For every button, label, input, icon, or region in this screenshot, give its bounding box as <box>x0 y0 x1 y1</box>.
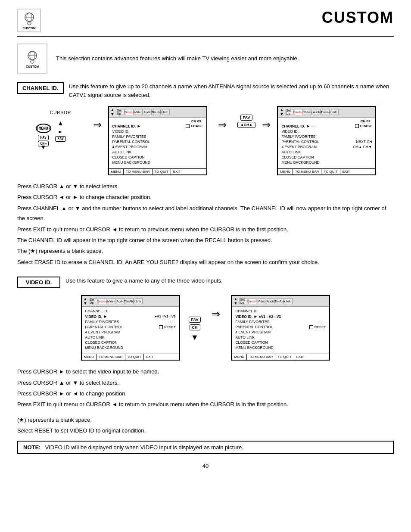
menu-ch-2: CH 03 <box>281 119 372 123</box>
channel-id-right-diagram: FAV ◄CH► ⇒ ▲▼ Set Up Custom Video Audio … <box>237 106 377 175</box>
note-text: VIDEO ID will be displayed only when VID… <box>45 444 243 451</box>
info-tab: Info <box>162 109 170 115</box>
menu-item4-video-id: VIDEO ID. ► ●V1 ○V2 ○V3 <box>235 314 326 319</box>
menu-item3-video-id: VIDEO ID. ► ●V1 ○V2 ○V3 <box>85 314 176 319</box>
menu-item3-menu-bg: MENU BACKGROUND <box>85 345 176 350</box>
page-title: CUSTOM <box>322 9 394 27</box>
menu-footer-1: MENUTO MENU BARTO QUITEXIT <box>109 168 206 174</box>
menu-item2-channel-id: CHANNEL ID. ► ···· ERASE <box>281 123 372 129</box>
page-number: 40 <box>17 463 394 469</box>
arrow-down-vid: ▼ <box>191 333 199 342</box>
cursor-empty-tr <box>69 117 87 129</box>
vid-note2: Select RESET to set VIDEO ID to original… <box>17 426 394 436</box>
note-box: NOTE: VIDEO ID will be displayed only wh… <box>17 441 394 454</box>
instr-ch7: Select ERASE ID to erase a CHANNEL ID. A… <box>17 257 394 267</box>
menu-topbar-2: ▲▼ Set Up Custom Video Audio Theater Inf… <box>278 107 375 118</box>
video-id-right-diagram: ▲▼ Set Up Custom Video Audio TheAter Inf… <box>231 295 330 361</box>
custom-tab4: Custom <box>249 298 256 304</box>
menu-item3-autolink: AUTO LINK <box>85 335 176 340</box>
menu-item3-channel-id: CHANNEL ID. <box>85 308 176 314</box>
menu-item4-4event: 4 EVENT PROGRAM <box>235 330 326 335</box>
menu-topbar-1: ▲▼ Set Up Custom Video Audio Theater Inf… <box>109 107 206 118</box>
theater-tab3: TheAter <box>126 298 134 304</box>
channel-id-desc: Use this feature to give up to 20 channe… <box>69 82 394 99</box>
header-logo-icon: CUSTOM <box>17 9 41 32</box>
arrow-between-screens: ⇒ <box>216 119 229 131</box>
menu-item-closed-caption: CLOSED CAPTION <box>112 155 203 160</box>
instr-vid3: Press CURSOR ► or ◄ to change position. <box>17 389 394 398</box>
menu-body-4: CHANNEL ID. VIDEO ID. ► ●V1 ○V2 ○V3 FAMI… <box>232 307 329 352</box>
audio-tab4: Audio <box>267 298 274 304</box>
menu-item-channel-id: CHANNEL ID. ► ERASE <box>112 123 203 129</box>
ch-btn-right: ◄CH► <box>237 122 256 128</box>
instr-vid4: Press EXIT to quit menu or CURSOR ◄ to r… <box>17 399 394 409</box>
instr-ch2: Press CURSOR ◄ or ► to change character … <box>17 192 394 202</box>
video-id-instructions: Press CURSOR ► to select the video input… <box>17 367 394 410</box>
ch-btn-vid: CH <box>190 324 200 330</box>
menu-item-4event: 4 EVENT PROGRAM <box>112 144 203 149</box>
menu-item-parental: PARENTAL CONTROL <box>112 139 203 144</box>
cursor-empty-bl <box>69 129 87 141</box>
menu-screen-1: ▲▼ Set Up Custom Video Audio Theater Inf… <box>108 106 207 175</box>
menu-screen-4: ▲▼ Set Up Custom Video Audio TheAter Inf… <box>231 295 330 361</box>
menu-item4-parental: PARENTAL CONTROL RESET <box>235 324 326 330</box>
menu-item2-4event: 4 EVENT PROGRAMCH▲ CH▼ <box>281 144 372 149</box>
menu-item-menu-bg: MENU BACKGROUND <box>112 160 203 165</box>
setup-tab: Set Up <box>117 109 125 115</box>
arrow-vid-between: ⇒ <box>209 308 222 320</box>
vid-note1: (★) represents a blank space. <box>17 415 394 425</box>
video-tab2: Video <box>304 109 311 115</box>
menu-body-1: CH 03 CHANNEL ID. ► ERASE VIDEO ID. FAMI… <box>109 118 206 167</box>
cursor-up: ▲ <box>52 117 69 129</box>
video-id-diagrams: ▲▼ Set Up Custom Video Audio TheAter Inf… <box>17 295 394 361</box>
menu-item4-channel-id: CHANNEL ID. <box>235 308 326 314</box>
audio-tab: Audio <box>144 109 152 115</box>
setup-tab3: Set Up <box>90 298 97 304</box>
menu-item2-parental: PARENTAL CONTROLNEXT CH <box>281 139 372 144</box>
arrow-to-screen1: ⇒ <box>91 119 104 131</box>
custom-tab2: Custom <box>295 109 302 115</box>
menu-footer-3: MENUTO MENU BARTO QUITEXIT <box>82 354 179 360</box>
setup-tab2: Set Up <box>286 109 293 115</box>
info-tab4: Info <box>285 298 293 304</box>
audio-tab3: Audio <box>117 298 125 304</box>
video-id-label: VIDEO ID. <box>17 277 60 288</box>
menu-item2-autolink: AUTO LINK <box>281 149 372 155</box>
menu-item-video-id: VIDEO ID. <box>112 129 203 134</box>
menu-item2-video-id: VIDEO ID. <box>281 129 372 134</box>
cursor-empty-br <box>52 141 69 153</box>
menu-item2-family-fav: FAMILY FAVORITES <box>281 134 372 139</box>
menu-item3-parental: PARENTAL CONTROL RESET <box>85 324 176 330</box>
menu-item2-closed-caption: CLOSED CAPTION <box>281 155 372 160</box>
instr-ch6: The (★) represents a blank space. <box>17 246 394 256</box>
menu-item4-family-fav: FAMILY FAVORITES····· <box>235 319 326 324</box>
menu-body-2: CH 03 CHANNEL ID. ► ···· ERASE VIDEO ID.… <box>278 118 375 167</box>
note-label: NOTE: <box>23 444 40 451</box>
menu-item3-family-fav: FAMILY FAVORITES····· <box>85 319 176 324</box>
page-header: CUSTOM CUSTOM <box>17 9 394 37</box>
instr-ch1: Press CURSOR ▲ or ▼ to select letters. <box>17 181 394 191</box>
channel-id-diagrams: CURSOR ▲ (MENU) FAV CH◄ <box>17 106 394 175</box>
channel-id-instructions: Press CURSOR ▲ or ▼ to select letters. P… <box>17 181 394 267</box>
menu-item4-autolink: AUTO LINK <box>235 335 326 340</box>
channel-id-feature: CHANNEL ID. Use this feature to give up … <box>17 82 394 99</box>
menu-item3-4event: 4 EVENT PROGRAM <box>85 330 176 335</box>
info-tab2: Info <box>331 109 339 115</box>
menu-footer-2: MENUTO MENU BARTO QUITEXIT <box>278 168 375 174</box>
instr-ch4: Press EXIT to quit menu or CURSOR ◄ to r… <box>17 224 394 234</box>
menu-footer-4: MENUTO MENU BARTO QUITEXIT <box>232 354 329 360</box>
setup-tab4: Set Up <box>240 298 247 304</box>
fav-btn-vid: FAV <box>189 317 201 323</box>
video-tab4: Video <box>258 298 265 304</box>
menu-item2-menu-bg: MENU BACKGROUND <box>281 160 372 165</box>
video-tab3: Video <box>108 298 115 304</box>
video-id-feature: VIDEO ID. Use this feature to give a nam… <box>17 277 394 288</box>
instr-vid2: Press CURSOR ▲ or ▼ to select letters. <box>17 378 394 388</box>
intro-logo: CUSTOM <box>17 44 47 74</box>
menu-screen-2: ▲▼ Set Up Custom Video Audio Theater Inf… <box>277 106 376 175</box>
video-id-notes: (★) represents a blank space. Select RES… <box>17 415 394 436</box>
menu-screen-3: ▲▼ Set Up Custom Video Audio TheAter Inf… <box>81 295 180 361</box>
theater-tab2: Theater <box>322 109 330 115</box>
menu-topbar-4: ▲▼ Set Up Custom Video Audio TheAter Inf… <box>232 296 329 307</box>
menu-topbar-3: ▲▼ Set Up Custom Video Audio TheAter Inf… <box>82 296 179 307</box>
